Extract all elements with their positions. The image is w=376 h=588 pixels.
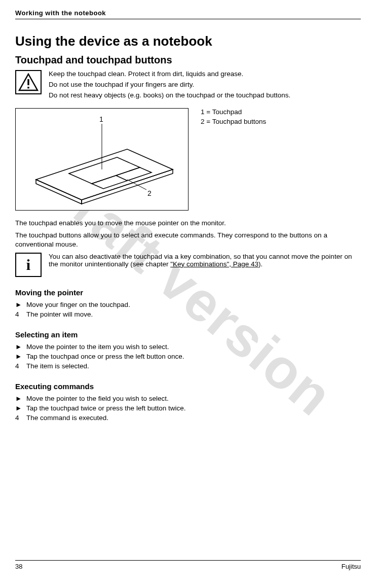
action-bullet-icon: ► — [15, 353, 22, 360]
running-header: Working with the notebook — [15, 9, 361, 17]
step-item: ►Move your finger on the touchpad. — [15, 300, 361, 309]
subsection-title: Moving the pointer — [15, 288, 361, 297]
svg-marker-4 — [36, 180, 82, 204]
warning-line: Do not use the touchpad if your fingers … — [49, 81, 290, 88]
warning-line: Do not rest heavy objects (e.g. books) o… — [49, 91, 290, 99]
svg-rect-2 — [27, 87, 29, 88]
warning-line: Keep the touchpad clean. Protect it from… — [49, 70, 290, 78]
action-bullet-icon: ► — [15, 343, 22, 351]
info-text: You can also deactivate the touchpad via… — [49, 253, 361, 268]
step-item: ►Move the pointer to the item you wish t… — [15, 342, 361, 352]
subsection-title: Executing commands — [15, 382, 361, 391]
svg-marker-5 — [82, 169, 173, 204]
step-item: ►Tap the touchpad once or press the left… — [15, 352, 361, 361]
result-item: 4The pointer will move. — [15, 309, 361, 319]
legend-item: 2 = Touchpad buttons — [201, 118, 266, 125]
footer-rule — [15, 560, 361, 561]
legend-item: 1 = Touchpad — [201, 108, 266, 116]
info-icon: i — [15, 253, 42, 277]
footer-brand: Fujitsu — [342, 563, 361, 570]
touchpad-diagram: 1 2 — [15, 108, 189, 211]
svg-rect-1 — [27, 79, 29, 85]
warning-callout: Keep the touchpad clean. Protect it from… — [15, 70, 361, 102]
body-paragraph: The touchpad enables you to move the mou… — [15, 219, 361, 228]
key-combinations-link[interactable]: "Key combinations", Page 43 — [170, 260, 258, 268]
action-bullet-icon: ► — [15, 301, 22, 308]
page-number: 38 — [15, 563, 22, 570]
step-item: ►Tap the touchpad twice or press the lef… — [15, 403, 361, 413]
page-title: Using the device as a notebook — [15, 33, 361, 49]
action-bullet-icon: ► — [15, 404, 22, 412]
result-bullet-icon: 4 — [15, 310, 19, 318]
result-item: 4The item is selected. — [15, 361, 361, 371]
section-title: Touchpad and touchpad buttons — [15, 54, 361, 66]
page-footer: 38 Fujitsu — [15, 560, 361, 570]
action-bullet-icon: ► — [15, 395, 22, 402]
step-item: ►Move the pointer to the field you wish … — [15, 394, 361, 403]
warning-icon — [15, 70, 42, 94]
svg-line-8 — [116, 176, 127, 181]
diagram-legend: 1 = Touchpad 2 = Touchpad buttons — [201, 108, 266, 127]
info-callout: i You can also deactivate the touchpad v… — [15, 253, 361, 277]
result-item: 4The command is executed. — [15, 413, 361, 423]
result-bullet-icon: 4 — [15, 362, 19, 370]
diagram-label-1: 1 — [99, 115, 103, 123]
result-bullet-icon: 4 — [15, 414, 19, 422]
header-rule — [15, 19, 361, 19]
subsection-title: Selecting an item — [15, 330, 361, 339]
diagram-label-2: 2 — [147, 189, 152, 197]
body-paragraph: The touchpad buttons allow you to select… — [15, 231, 361, 249]
